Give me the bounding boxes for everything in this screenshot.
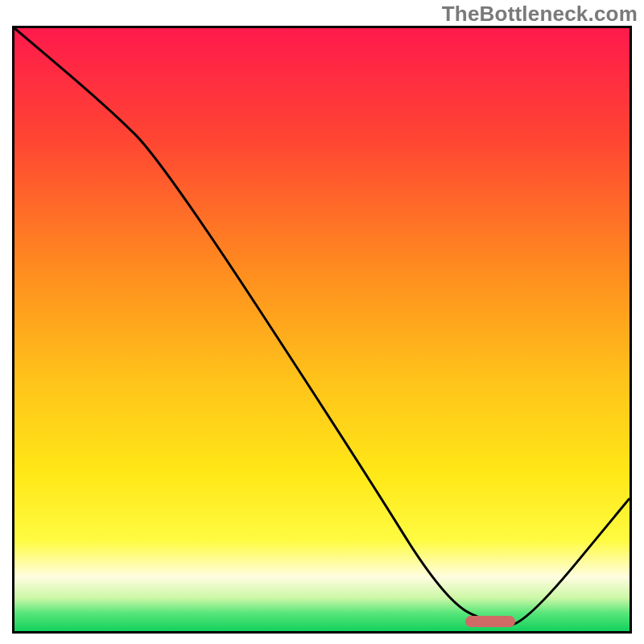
plot-frame	[12, 26, 632, 634]
watermark-text: TheBottleneck.com	[442, 2, 638, 27]
bottleneck-curve	[14, 28, 630, 631]
optimal-marker	[465, 616, 515, 627]
